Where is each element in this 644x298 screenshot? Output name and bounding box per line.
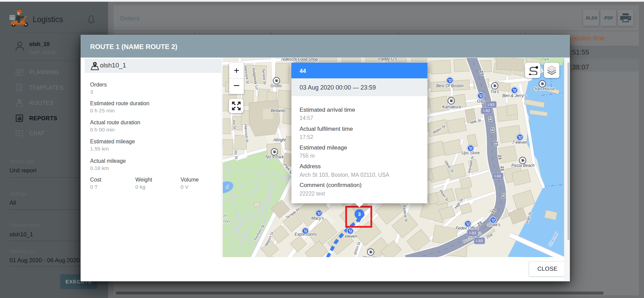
svg-text:Joy St: Joy St [232, 119, 237, 129]
svg-text:d: d [226, 185, 228, 189]
svg-text:23: 23 [490, 127, 495, 132]
svg-text:Kamakura: Kamakura [442, 105, 461, 109]
svg-text:Best Of Boston: Best Of Boston [436, 83, 464, 88]
svg-text:23: 23 [501, 193, 506, 198]
svg-text:Tia's: Tia's [491, 89, 499, 94]
svg-text:23: 23 [488, 116, 493, 122]
svg-text:on: on [223, 213, 227, 218]
svg-text:Bellanto: Bellanto [271, 108, 286, 113]
svg-text:Joy St: Joy St [234, 149, 239, 159]
svg-text:23: 23 [494, 141, 499, 146]
svg-text:I-93: I-93 [488, 103, 494, 107]
svg-text:I-93: I-93 [483, 109, 490, 113]
svg-text:23: 23 [499, 166, 505, 171]
svg-text:Ben & Jerry's: Ben & Jerry's [503, 93, 527, 98]
svg-text:Park: Park [541, 58, 550, 62]
svg-text:eleven: eleven [345, 234, 357, 239]
svg-text:Allright: Allright [273, 138, 286, 142]
svg-text:Paddy O's: Paddy O's [378, 58, 397, 61]
svg-text:Gap: Gap [477, 99, 485, 104]
svg-text:I-93: I-93 [494, 174, 501, 178]
svg-text:23: 23 [497, 155, 502, 160]
svg-text:non: non [223, 219, 230, 224]
svg-text:I-93: I-93 [469, 231, 476, 235]
svg-text:Tedeschi Food Shop: Tedeschi Food Shop [281, 58, 318, 62]
svg-text:I-93: I-93 [476, 239, 483, 243]
svg-text:3: 3 [358, 211, 361, 217]
